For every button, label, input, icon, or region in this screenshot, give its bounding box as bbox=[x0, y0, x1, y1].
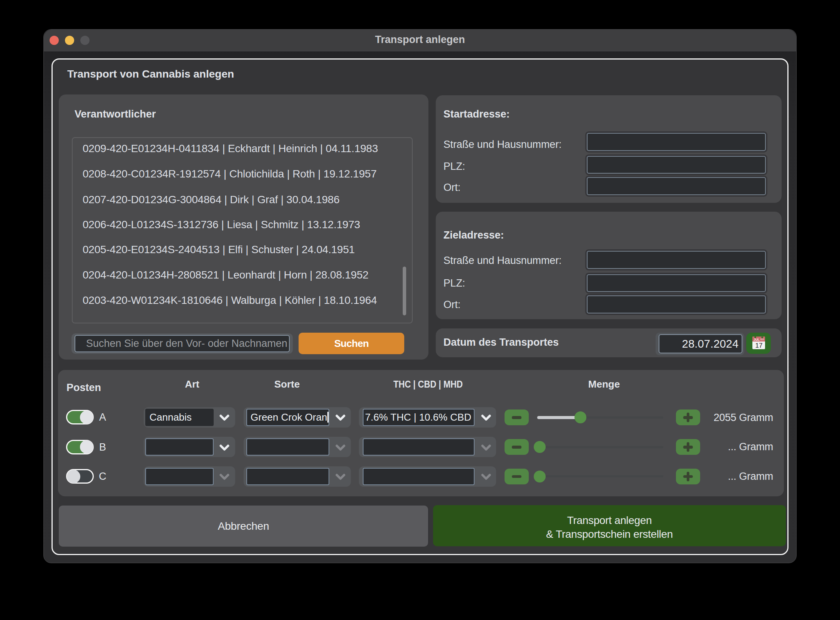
svg-text:JUL: JUL bbox=[754, 338, 760, 341]
svg-text:17: 17 bbox=[755, 342, 763, 349]
